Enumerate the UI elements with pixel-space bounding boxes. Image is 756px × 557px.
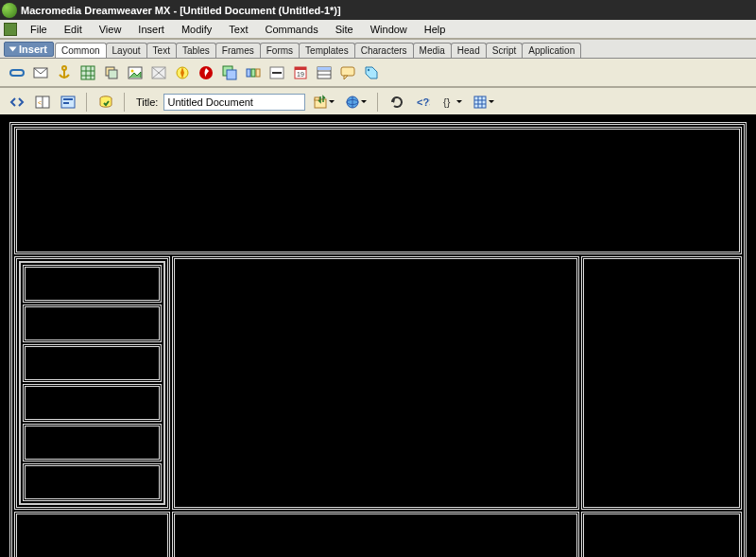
svg-marker-34 — [366, 67, 377, 78]
svg-rect-10 — [109, 70, 117, 78]
titlebar: Macromedia Dreamweaver MX - [Untitled Do… — [0, 0, 756, 20]
reference-icon[interactable]: <?> — [411, 92, 433, 113]
svg-rect-20 — [247, 69, 250, 77]
table-cell[interactable] — [172, 256, 579, 510]
named-anchor-icon[interactable] — [53, 62, 75, 83]
title-input[interactable] — [163, 94, 305, 111]
design-canvas[interactable] — [0, 114, 756, 557]
code-navigation-icon[interactable]: {} — [437, 92, 465, 113]
insert-panel-toggle[interactable]: Insert — [4, 42, 54, 57]
table-cell[interactable] — [23, 305, 162, 342]
table-cell[interactable] — [23, 463, 162, 501]
insert-tab-text[interactable]: Text — [146, 43, 177, 58]
menu-view[interactable]: View — [92, 22, 129, 37]
flash-icon[interactable] — [195, 62, 216, 83]
doc-toolbar: < Title: <?> {} — [0, 88, 756, 116]
table-cell[interactable] — [14, 256, 170, 510]
split-view-icon[interactable]: < — [31, 92, 53, 113]
menu-help[interactable]: Help — [417, 22, 454, 37]
toolbar-sep — [377, 93, 378, 112]
table-cell[interactable] — [23, 344, 162, 382]
layout-table-outer[interactable] — [9, 122, 747, 557]
menu-insert[interactable]: Insert — [130, 22, 172, 37]
comment-icon[interactable] — [336, 62, 358, 83]
insert-panel: Insert Common Layout Text Tables Frames … — [0, 39, 756, 88]
svg-rect-26 — [295, 67, 306, 70]
menu-text[interactable]: Text — [221, 22, 255, 37]
table-cell[interactable] — [14, 127, 742, 254]
insert-tab-media[interactable]: Media — [413, 43, 452, 58]
svg-point-2 — [62, 66, 66, 70]
menu-edit[interactable]: Edit — [57, 22, 90, 37]
menu-file[interactable]: File — [23, 22, 55, 37]
insert-tab-templates[interactable]: Templates — [299, 43, 355, 58]
insert-tab-application[interactable]: Application — [522, 43, 581, 58]
navigation-bar-icon[interactable] — [242, 62, 264, 83]
layer-icon[interactable] — [100, 62, 122, 83]
menubar: File Edit View Insert Modify Text Comman… — [0, 20, 756, 39]
title-label: Title: — [132, 96, 160, 108]
insert-tab-script[interactable]: Script — [486, 43, 524, 58]
svg-rect-19 — [227, 70, 236, 79]
svg-text:<: < — [38, 99, 42, 106]
menu-site[interactable]: Site — [328, 22, 361, 37]
svg-rect-22 — [256, 69, 260, 77]
design-view-icon[interactable] — [57, 92, 78, 113]
tag-chooser-icon[interactable] — [360, 62, 382, 83]
layout-table-nav[interactable] — [19, 261, 165, 505]
svg-text:19: 19 — [297, 71, 304, 78]
app-icon — [2, 3, 17, 18]
preview-browser-icon[interactable] — [341, 92, 369, 113]
table-cell[interactable] — [23, 424, 162, 461]
svg-rect-32 — [341, 67, 354, 76]
table-cell[interactable] — [23, 384, 162, 422]
svg-rect-44 — [315, 97, 319, 100]
hr-icon[interactable] — [266, 62, 287, 83]
svg-rect-0 — [10, 70, 24, 76]
table-cell[interactable] — [581, 512, 742, 557]
insert-tab-characters[interactable]: Characters — [354, 43, 414, 58]
window-title: Macromedia Dreamweaver MX - [Untitled Do… — [21, 5, 341, 16]
svg-text:<?>: <?> — [417, 96, 430, 108]
rollover-image-icon[interactable] — [218, 62, 240, 83]
svg-point-35 — [367, 68, 369, 70]
insert-tab-tables[interactable]: Tables — [176, 43, 216, 58]
menu-commands[interactable]: Commands — [257, 22, 325, 37]
toolbar-sep — [124, 93, 125, 112]
insert-toolbar: 19 — [0, 59, 756, 87]
tabular-data-icon[interactable] — [313, 62, 335, 83]
insert-tab-common[interactable]: Common — [55, 43, 107, 58]
table-icon[interactable] — [77, 62, 98, 83]
refresh-icon[interactable] — [386, 92, 407, 113]
live-data-icon[interactable] — [94, 92, 116, 113]
hyperlink-icon[interactable] — [6, 62, 27, 83]
insert-panel-label: Insert — [19, 44, 47, 55]
menu-window[interactable]: Window — [363, 22, 415, 37]
insert-tabstrip: Insert Common Layout Text Tables Frames … — [0, 40, 756, 59]
doc-sys-icon[interactable] — [4, 23, 17, 36]
table-cell[interactable] — [23, 265, 162, 303]
svg-rect-21 — [251, 69, 255, 77]
file-management-icon[interactable] — [309, 92, 337, 113]
table-cell[interactable] — [581, 256, 742, 510]
insert-tab-head[interactable]: Head — [451, 43, 487, 58]
insert-tab-frames[interactable]: Frames — [215, 43, 261, 58]
svg-rect-31 — [318, 67, 331, 70]
svg-marker-33 — [344, 76, 348, 79]
table-cell[interactable] — [172, 512, 579, 557]
date-icon[interactable]: 19 — [289, 62, 311, 83]
view-options-icon[interactable] — [469, 92, 497, 113]
insert-tab-layout[interactable]: Layout — [106, 43, 147, 58]
insert-tab-forms[interactable]: Forms — [260, 43, 300, 58]
image-icon[interactable] — [124, 62, 146, 83]
collapse-icon — [9, 47, 17, 52]
fireworks-html-icon[interactable] — [171, 62, 193, 83]
image-placeholder-icon[interactable] — [147, 62, 169, 83]
table-cell[interactable] — [14, 512, 170, 557]
svg-point-12 — [130, 69, 133, 72]
email-link-icon[interactable] — [29, 62, 51, 83]
svg-text:{}: {} — [443, 96, 451, 108]
code-view-icon[interactable] — [6, 92, 27, 113]
toolbar-sep — [86, 93, 87, 112]
menu-modify[interactable]: Modify — [174, 22, 219, 37]
